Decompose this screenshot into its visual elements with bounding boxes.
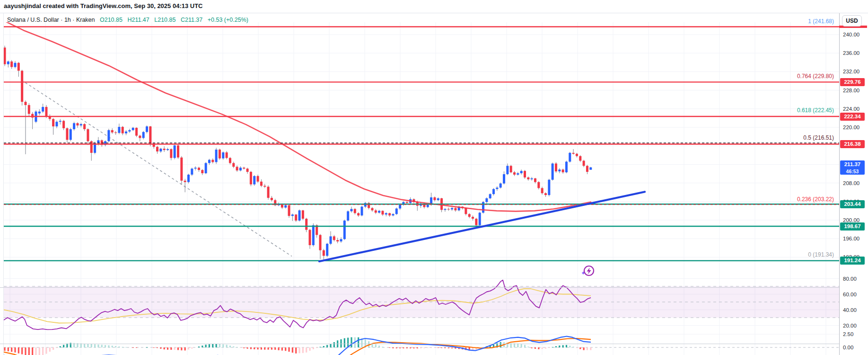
level-badge-203.44: 203.44 [840,200,865,208]
symbol-title: Solana / U.S. Dollar · 1h · Kraken [7,17,95,23]
fib-label-1: 1 (241.68) [808,18,834,25]
ohlc-close: C211.37 [181,17,202,23]
price-tick-208: 208.00 [843,180,859,186]
level-badge-216.38: 216.38 [840,140,865,148]
level-badge-222.34: 222.34 [840,113,865,121]
price-tick-196: 196.00 [843,235,859,242]
rsi-tick-80: 80.00 [843,275,857,282]
fib-label-0: 0 (191.34) [808,251,834,258]
price-pane [4,21,840,262]
price-tick-220: 220.00 [843,124,859,131]
price-tick-228: 228.00 [843,87,859,94]
chart-canvas [0,13,839,355]
price-tick-240: 240.00 [843,31,859,38]
countdown-timer: 46:53 [840,169,865,175]
tv-flash-icon [581,266,594,275]
currency-toggle-button[interactable]: USD [842,15,862,27]
chart-widget[interactable]: Solana / U.S. Dollar · 1h · Kraken O210.… [0,13,868,355]
price-tick-236: 236.00 [843,50,859,56]
horizontal-levels [4,27,839,261]
symbol-legend: Solana / U.S. Dollar · 1h · Kraken O210.… [7,17,248,23]
tradingview-screenshot: aayushjindal created with TradingView.co… [0,0,868,355]
ohlc-low: L210.85 [154,17,175,23]
chart-plot-area[interactable]: 1 (241.68)0.764 (229.80)0.618 (222.45)0.… [0,13,839,355]
fib-label-0.618: 0.618 (222.45) [797,107,834,114]
macd-tick-0: 0.00 [843,344,853,351]
ohlc-open: O210.85 [100,17,123,23]
fib-label-0.5: 0.5 (216.51) [803,134,834,142]
ohlc-high: H211.47 [127,17,149,23]
level-badge-229.76: 229.76 [840,78,865,86]
attribution-text: aayushjindal created with TradingView.co… [4,2,203,9]
level-badge-191.24: 191.24 [840,257,865,265]
downtrend-dashed-line [21,80,292,256]
pane-separator-macd[interactable] [0,344,868,344]
level-badge-198.67: 198.67 [840,222,865,231]
macd-tick-2.5: 2.50 [843,331,853,337]
rsi-tick-20: 20.00 [843,322,857,329]
fib-label-0.236: 0.236 (203.22) [797,196,834,203]
price-axis[interactable]: USD 240.00236.00232.00228.00224.00220.00… [839,13,868,355]
pane-separator-rsi[interactable] [0,287,868,288]
rsi-tick-40: 40.00 [843,307,857,313]
last-price-badge-211.37: 211.3746:53 [840,160,865,175]
macd-pane [0,337,839,355]
price-tick-224: 224.00 [843,106,859,112]
fib-label-0.764: 0.764 (229.80) [797,73,834,80]
price-change: +0.53 (+0.25%) [208,17,248,23]
price-tick-232: 232.00 [843,68,859,75]
rsi-tick-60: 60.00 [843,291,857,298]
